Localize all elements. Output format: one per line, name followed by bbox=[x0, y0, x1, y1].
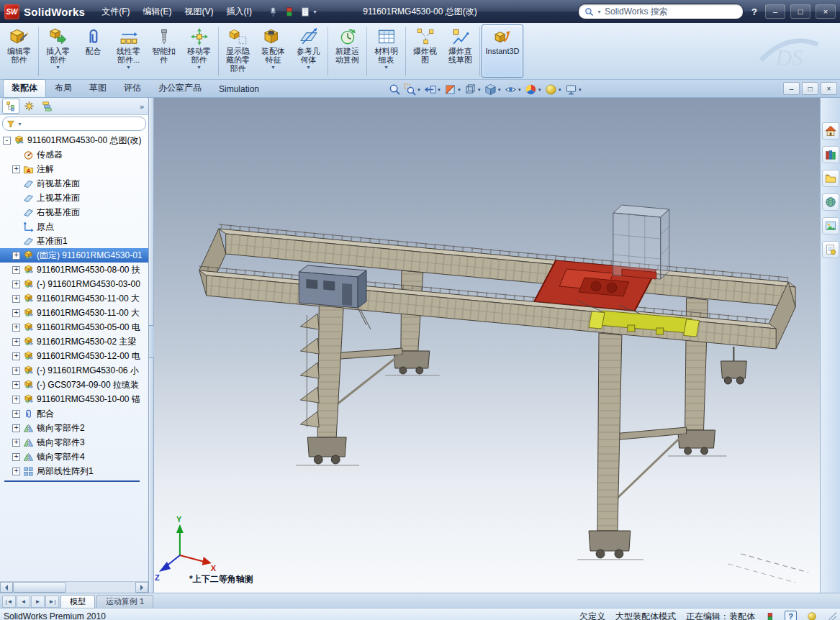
tree-item[interactable]: + 911601RMG4530-11-00 大 bbox=[0, 291, 148, 306]
tree-item[interactable]: + 911601RMG4530-08-00 扶 bbox=[0, 263, 148, 277]
tree-item[interactable]: + 镜向零部件2 bbox=[0, 421, 148, 435]
panel-tab[interactable] bbox=[20, 99, 37, 114]
command-tab[interactable]: 装配体 bbox=[3, 79, 46, 97]
tree-item[interactable]: 传感器 bbox=[0, 147, 148, 162]
model-tab[interactable]: 模型 bbox=[60, 595, 95, 608]
tree-item[interactable]: + 911601RMG4530-05-00 电 bbox=[0, 320, 148, 334]
ribbon-button[interactable]: 线性零部件... ▼ bbox=[111, 24, 146, 78]
tree-expand-toggle[interactable]: + bbox=[12, 468, 20, 475]
rear-wheel-trucks[interactable] bbox=[385, 351, 726, 456]
search-scope-caret[interactable]: ▼ bbox=[597, 9, 602, 14]
tree-expand-toggle[interactable]: + bbox=[12, 281, 20, 288]
ribbon-button[interactable]: 显示隐藏的零部件 bbox=[220, 24, 256, 78]
tree-item[interactable]: 上视基准面 bbox=[0, 191, 148, 205]
tree-item[interactable]: + 911601RMG4530-10-00 锚 bbox=[0, 392, 148, 406]
tree-expand-toggle[interactable] bbox=[12, 237, 20, 245]
tree-item[interactable]: + (固定) 911601RMG4530-01 bbox=[0, 248, 148, 263]
front-legs[interactable] bbox=[317, 306, 622, 531]
headsup-button[interactable]: ▼ bbox=[564, 83, 584, 96]
tree-item[interactable]: + 911601RMG4530-02 主梁 bbox=[0, 334, 148, 349]
rollback-bar[interactable] bbox=[4, 480, 140, 482]
menu-item[interactable]: 文件(F) bbox=[95, 4, 136, 20]
leg-stairs[interactable] bbox=[300, 314, 319, 427]
machinery-cab[interactable] bbox=[613, 205, 669, 279]
tree-item[interactable]: 基准面1 bbox=[0, 234, 148, 248]
tree-item[interactable]: + (-) 911601RMG4530-03-00 bbox=[0, 277, 148, 291]
tree-expand-toggle[interactable] bbox=[12, 223, 20, 231]
tree-item[interactable]: + 911601RMG4530-12-00 电 bbox=[0, 349, 148, 363]
headsup-button[interactable]: ▼ bbox=[443, 83, 463, 96]
tree-expand-toggle[interactable]: + bbox=[12, 410, 20, 418]
document-window-button[interactable]: × bbox=[821, 82, 837, 95]
tree-expand-toggle[interactable]: + bbox=[12, 367, 20, 375]
tree-expand-toggle[interactable]: + bbox=[12, 165, 20, 173]
tree-expand-toggle[interactable]: + bbox=[12, 252, 20, 260]
ribbon-button[interactable]: Instant3D bbox=[482, 24, 523, 78]
headsup-button[interactable]: ▼ bbox=[523, 83, 543, 96]
ribbon-button[interactable]: 智能扣件 bbox=[146, 24, 181, 78]
tree-expand-toggle[interactable]: + bbox=[12, 309, 20, 317]
command-tab[interactable]: 办公室产品 bbox=[150, 79, 210, 97]
ribbon-button[interactable]: 装配体特征 ▼ bbox=[256, 24, 291, 78]
window-control-button[interactable]: – bbox=[765, 4, 785, 19]
panel-tab[interactable] bbox=[2, 99, 19, 114]
tab-nav-arrow[interactable]: ◄ bbox=[17, 596, 30, 608]
tree-expand-toggle[interactable] bbox=[12, 194, 20, 202]
model-tab[interactable]: 运动算例 1 bbox=[96, 595, 153, 608]
panel-splitter[interactable] bbox=[149, 98, 154, 593]
tree-expand-toggle[interactable] bbox=[12, 180, 20, 188]
command-tab[interactable]: 草图 bbox=[81, 79, 115, 97]
command-tab[interactable]: Simulation bbox=[210, 81, 268, 97]
tree-filter-box[interactable]: ▼ bbox=[2, 117, 146, 131]
titlebar-tool-icon[interactable] bbox=[284, 6, 294, 17]
ribbon-button[interactable]: 编辑零部件 bbox=[1, 24, 37, 78]
panel-tab[interactable] bbox=[38, 99, 55, 114]
headsup-button[interactable]: ▼ bbox=[543, 83, 564, 96]
filter-caret[interactable]: ▼ bbox=[17, 122, 22, 127]
tree-expand-toggle[interactable] bbox=[12, 209, 20, 216]
tab-nav-arrow[interactable]: |◄ bbox=[2, 596, 16, 608]
menu-item[interactable]: 编辑(E) bbox=[137, 4, 179, 20]
window-control-button[interactable]: □ bbox=[790, 4, 810, 19]
window-control-button[interactable]: × bbox=[816, 4, 836, 19]
quick-tips-button[interactable]: ? bbox=[785, 611, 797, 620]
tab-nav-arrow[interactable]: ►| bbox=[45, 596, 59, 608]
tree-item[interactable]: + 配合 bbox=[0, 406, 148, 421]
panel-expand-chevron[interactable]: » bbox=[137, 102, 146, 111]
tree-expand-toggle[interactable]: + bbox=[12, 352, 20, 360]
scrollbar-thumb[interactable] bbox=[13, 582, 66, 593]
menu-item[interactable]: 插入(I) bbox=[220, 4, 258, 20]
search-box[interactable]: ▼ SolidWorks 搜索 bbox=[578, 4, 744, 19]
tree-item[interactable]: + 镜向零部件4 bbox=[0, 450, 148, 464]
task-pane-button[interactable] bbox=[822, 122, 839, 140]
command-tab[interactable]: 布局 bbox=[46, 79, 81, 97]
command-tab[interactable]: 评估 bbox=[115, 79, 150, 97]
ribbon-button[interactable]: 参考几何体 ▼ bbox=[291, 24, 326, 78]
tree-expand-toggle[interactable]: + bbox=[12, 381, 20, 389]
help-button[interactable]: ? bbox=[749, 6, 760, 17]
tree-expand-toggle[interactable]: + bbox=[12, 453, 20, 461]
tree-item[interactable]: + 局部线性阵列1 bbox=[0, 464, 148, 478]
task-pane-button[interactable] bbox=[822, 146, 839, 163]
task-pane-button[interactable] bbox=[822, 193, 839, 211]
tree-item[interactable]: + 注解 bbox=[0, 162, 148, 176]
document-window-button[interactable]: □ bbox=[802, 82, 818, 95]
task-pane-button[interactable] bbox=[822, 217, 839, 234]
tree-item[interactable]: + (-) GCS0734-09-00 拉缆装 bbox=[0, 378, 148, 392]
end-truck[interactable] bbox=[721, 347, 746, 384]
scroll-left-button[interactable] bbox=[0, 582, 13, 593]
tree-expand-toggle[interactable]: - bbox=[3, 137, 11, 145]
front-wheel-trucks[interactable] bbox=[296, 437, 643, 560]
tree-expand-toggle[interactable]: + bbox=[12, 424, 20, 432]
headsup-button[interactable]: ▼ bbox=[503, 83, 523, 96]
tree-horizontal-scrollbar[interactable] bbox=[0, 581, 148, 593]
menu-item[interactable]: 视图(V) bbox=[179, 4, 220, 20]
tree-item[interactable]: + 911601RMG4530-11-00 大 bbox=[0, 306, 148, 320]
headsup-button[interactable]: ▼ bbox=[423, 83, 443, 96]
ribbon-button[interactable]: 新建运动算例 bbox=[330, 24, 365, 78]
headsup-button[interactable]: ▼ bbox=[402, 83, 423, 96]
task-pane-button[interactable] bbox=[822, 170, 839, 187]
headsup-button[interactable]: ▼ bbox=[483, 83, 503, 96]
tab-nav-arrow[interactable]: ► bbox=[31, 596, 45, 608]
tree-expand-toggle[interactable] bbox=[12, 151, 20, 159]
